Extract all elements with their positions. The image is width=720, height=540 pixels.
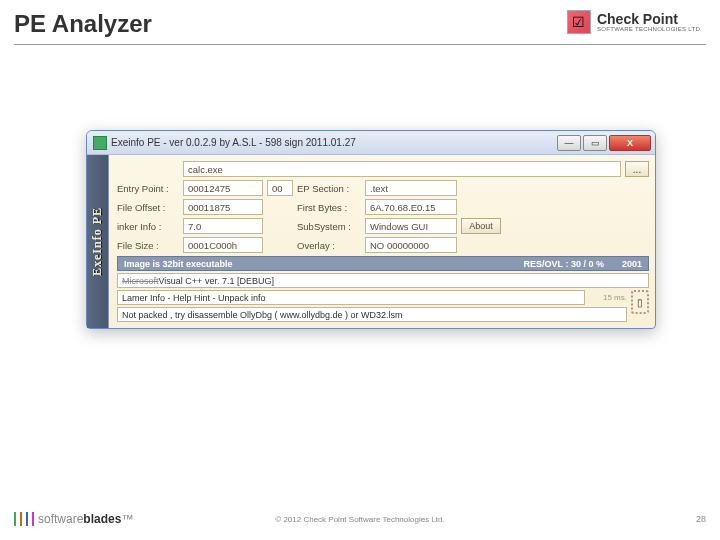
pack-info: Not packed , try disassemble OllyDbg ( w… bbox=[117, 307, 627, 322]
app-window: Exeinfo PE - ver 0.0.2.9 by A.S.L - 598 … bbox=[86, 130, 656, 329]
entrypoint-field[interactable]: 00012475 bbox=[183, 180, 263, 196]
maximize-button[interactable]: ▭ bbox=[583, 135, 607, 151]
compiler-info: Microsoft Visual C++ ver. 7.1 [DEBUG] bbox=[117, 273, 649, 288]
timing-label: 15 ms. bbox=[589, 293, 627, 302]
status-bar: Image is 32bit executable RES/OVL : 30 /… bbox=[117, 256, 649, 271]
logo-subtext: SOFTWARE TECHNOLOGIES LTD. bbox=[597, 26, 702, 32]
blades-light: software bbox=[38, 512, 83, 526]
clipboard-button[interactable]: ▯ bbox=[631, 290, 649, 314]
entrypoint-label: Entry Point : bbox=[117, 183, 179, 194]
clipboard-icon: ▯ bbox=[637, 297, 643, 308]
epsection-label: EP Section : bbox=[297, 183, 361, 194]
status-year: 2001 bbox=[622, 259, 642, 269]
entrypoint-extra[interactable]: 00 bbox=[267, 180, 293, 196]
app-icon bbox=[93, 136, 107, 150]
filename-field[interactable]: calc.exe bbox=[183, 161, 621, 177]
window-title: Exeinfo PE - ver 0.0.2.9 by A.S.L - 598 … bbox=[111, 137, 557, 148]
about-button[interactable]: About bbox=[461, 218, 501, 234]
close-button[interactable]: X bbox=[609, 135, 651, 151]
overlay-label: Overlay : bbox=[297, 240, 361, 251]
browse-button[interactable]: ... bbox=[625, 161, 649, 177]
subsystem-field[interactable]: Windows GUI bbox=[365, 218, 457, 234]
page-title: PE Analyzer bbox=[14, 10, 152, 38]
firstbytes-label: First Bytes : bbox=[297, 202, 361, 213]
copyright: © 2012 Check Point Software Technologies… bbox=[275, 515, 444, 524]
logo-text: Check Point bbox=[597, 12, 702, 26]
sidebar-label: ExeInfo PE bbox=[90, 207, 105, 276]
logo-icon: ☑ bbox=[567, 10, 591, 34]
subsystem-label: SubSystem : bbox=[297, 221, 361, 232]
sidebar: ExeInfo PE bbox=[87, 155, 109, 328]
divider bbox=[14, 44, 706, 45]
linkerinfo-field[interactable]: 7.0 bbox=[183, 218, 263, 234]
compiler-strike: Microsoft bbox=[122, 276, 159, 286]
filesize-field[interactable]: 0001C000h bbox=[183, 237, 263, 253]
linkerinfo-label: inker Info : bbox=[117, 221, 179, 232]
blades-bold: blades bbox=[83, 512, 121, 526]
status-left: Image is 32bit executable bbox=[124, 259, 233, 269]
lamer-info: Lamer Info - Help Hint - Unpack info bbox=[117, 290, 585, 305]
minimize-button[interactable]: — bbox=[557, 135, 581, 151]
titlebar[interactable]: Exeinfo PE - ver 0.0.2.9 by A.S.L - 598 … bbox=[87, 131, 655, 155]
epsection-field[interactable]: .text bbox=[365, 180, 457, 196]
overlay-field[interactable]: NO 00000000 bbox=[365, 237, 457, 253]
firstbytes-field[interactable]: 6A.70.68.E0.15 bbox=[365, 199, 457, 215]
page-number: 28 bbox=[696, 514, 706, 524]
fileoffset-label: File Offset : bbox=[117, 202, 179, 213]
compiler-rest: Visual C++ ver. 7.1 [DEBUG] bbox=[159, 276, 274, 286]
softwareblades-logo: softwareblades™ bbox=[14, 512, 133, 526]
fileoffset-field[interactable]: 00011875 bbox=[183, 199, 263, 215]
checkpoint-logo: ☑ Check Point SOFTWARE TECHNOLOGIES LTD. bbox=[567, 10, 702, 34]
status-resovl: RES/OVL : 30 / 0 % bbox=[524, 259, 604, 269]
filesize-label: File Size : bbox=[117, 240, 179, 251]
